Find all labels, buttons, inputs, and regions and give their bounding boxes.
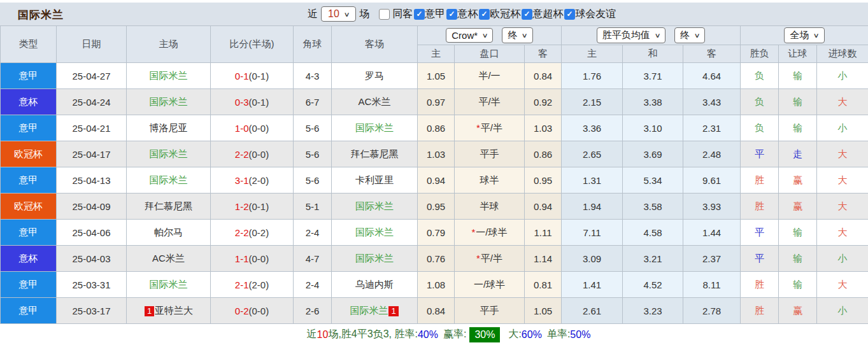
asian-away-odds: 0.81 (525, 272, 562, 298)
table-row: 意甲25-03-171亚特兰大0-2(0-0)2-6国际米兰10.84平手1.0… (1, 298, 868, 324)
away-team-name[interactable]: 国际米兰 (355, 122, 394, 133)
home-team-name[interactable]: AC米兰 (152, 253, 185, 264)
away-team-name[interactable]: 国际米兰 (355, 201, 394, 211)
home-team-name[interactable]: 国际米兰 (150, 96, 188, 107)
league-badge: 意甲 (1, 220, 57, 246)
summary-odd-label: 单率: (547, 328, 570, 341)
recent-label: 近 (308, 8, 318, 21)
period-select[interactable]: 全场 ∨ (784, 27, 824, 43)
half-time-score: (0-0) (249, 253, 269, 264)
home-team-name[interactable]: 国际米兰 (150, 279, 188, 290)
checkbox-checked-icon[interactable]: ✓ (479, 9, 490, 20)
asian-away-odds: 0.92 (525, 89, 562, 115)
corner-score: 5-6 (294, 167, 332, 194)
handicap-text: 平手 (480, 305, 499, 316)
filter-意甲: ✓意甲 (413, 8, 445, 21)
away-team-name[interactable]: 乌迪内斯 (355, 279, 394, 290)
checkbox-checked-icon[interactable]: ✓ (446, 9, 457, 20)
away-team-name[interactable]: AC米兰 (359, 96, 391, 107)
goals-cell: 大 (817, 272, 868, 298)
euro-time-select[interactable]: 终 ∨ (674, 27, 705, 43)
asian-home-odds: 0.94 (418, 167, 455, 194)
sub-header-0: 主 (418, 45, 455, 63)
filter-controls: 近 10 ∨ 场 同客✓意甲✓意杯✓欧冠杯✓意超杯✓球会友谊 (304, 3, 616, 25)
home-team-name[interactable]: 博洛尼亚 (150, 122, 188, 133)
chevron-down-icon: ∨ (522, 32, 528, 39)
euro-away-odds: 3.43 (683, 89, 741, 115)
outcome-cell: 负 (741, 115, 779, 141)
sub-header-1: 盘口 (455, 45, 525, 63)
corner-score: 4-7 (294, 246, 332, 272)
away-team-name[interactable]: 国际米兰 (350, 305, 388, 316)
asian-source-select[interactable]: Crow* ∨ (446, 28, 493, 43)
corner-score: 4-3 (294, 63, 332, 89)
league-badge: 欧冠杯 (1, 194, 57, 220)
checkbox-unchecked-icon[interactable] (379, 9, 390, 20)
away-team-name[interactable]: 罗马 (365, 70, 384, 81)
euro-home-odds: 1.94 (562, 194, 623, 220)
home-team-name[interactable]: 国际米兰 (150, 148, 188, 159)
home-team-name[interactable]: 帕尔马 (154, 227, 183, 237)
euro-draw-odds: 3.58 (623, 194, 683, 220)
euro-home-odds: 3.09 (562, 246, 623, 272)
home-team-name[interactable]: 亚特兰大 (155, 305, 193, 316)
checkbox-checked-icon[interactable]: ✓ (414, 9, 425, 20)
euro-draw-odds: 3.23 (623, 298, 683, 324)
full-time-score: 0-1 (235, 71, 249, 81)
away-team: 国际米兰 (332, 246, 418, 272)
match-date: 25-03-17 (57, 298, 127, 324)
league-badge: 意甲 (1, 272, 57, 298)
home-team: 帕尔马 (127, 220, 211, 246)
match-score: 0-1(0-1) (211, 63, 294, 89)
handicap-result-cell: 赢 (779, 167, 817, 194)
away-team-name[interactable]: 卡利亚里 (355, 174, 394, 185)
goals-cell: 大 (817, 194, 868, 220)
checkbox-checked-icon[interactable]: ✓ (564, 9, 575, 20)
match-score: 2-1(2-0) (211, 272, 294, 298)
match-date: 25-04-03 (57, 246, 127, 272)
asian-handicap: *平/半 (455, 246, 525, 272)
home-team-name[interactable]: 国际米兰 (150, 70, 188, 81)
euro-source-select[interactable]: 胜平负均值 ∨ (597, 27, 665, 43)
filter-同客: 同客 (378, 8, 413, 21)
half-time-score: (0-2) (249, 227, 269, 238)
corner-score: 2-4 (294, 220, 332, 246)
half-time-score: (0-1) (249, 201, 269, 212)
asian-time-select[interactable]: 终 ∨ (502, 27, 532, 43)
asian-handicap: 半球 (455, 194, 525, 220)
away-team: 国际米兰 (332, 115, 418, 141)
away-team: 拜仁慕尼黑 (332, 141, 418, 167)
red-card-badge: 1 (145, 306, 154, 316)
filter-意超杯: ✓意超杯 (520, 8, 563, 21)
corner-score: 5-6 (294, 115, 332, 141)
away-team: 乌迪内斯 (332, 272, 418, 298)
league-badge: 意甲 (1, 298, 57, 324)
euro-away-odds: 2.31 (683, 115, 741, 141)
table-row: 欧冠杯25-04-09拜仁慕尼黑1-2(0-1)5-1国际米兰0.95半球0.9… (1, 194, 868, 220)
corner-score: 2-4 (294, 272, 332, 298)
col-header-type: 类型 (1, 26, 57, 63)
checkbox-checked-icon[interactable]: ✓ (522, 9, 532, 20)
league-badge: 欧冠杯 (1, 141, 57, 167)
home-team-name[interactable]: 拜仁慕尼黑 (145, 201, 192, 211)
goals-cell: 小 (817, 246, 868, 272)
asian-home-odds: 0.79 (418, 220, 455, 246)
home-team-name[interactable]: 国际米兰 (150, 174, 188, 185)
match-date: 25-03-31 (57, 272, 127, 298)
asian-handicap: *平/半 (455, 115, 525, 141)
handicap-result-cell: 输 (779, 89, 817, 115)
sub-header-3: 主 (562, 45, 623, 63)
league-badge: 意杯 (1, 89, 57, 115)
sub-header-4: 和 (623, 45, 683, 63)
recent-count-select[interactable]: 10 ∨ (321, 6, 356, 22)
away-team-name[interactable]: 拜仁慕尼黑 (351, 148, 399, 159)
handicap-change-star-icon: * (476, 253, 480, 264)
away-team-name[interactable]: 国际米兰 (355, 253, 394, 264)
away-team-name[interactable]: 国际米兰 (355, 227, 394, 237)
league-badge: 意甲 (1, 115, 57, 141)
full-time-score: 1-2 (235, 201, 249, 212)
filter-label: 意甲 (425, 8, 445, 21)
summary-odd-rate: 50% (570, 329, 590, 341)
away-team: 卡利亚里 (332, 167, 418, 194)
goals-cell: 大 (817, 141, 868, 167)
